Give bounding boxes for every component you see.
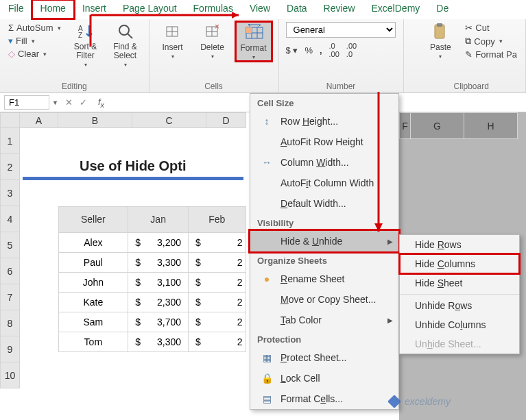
name-box[interactable] <box>4 95 49 110</box>
group-cells: Insert▾ × Delete▾ Format▾ Cells <box>150 19 279 92</box>
number-format-select[interactable]: General <box>286 22 396 38</box>
delete-cells-button[interactable]: × Delete▾ <box>196 22 229 60</box>
menu-col-width[interactable]: ↔Column Width... <box>250 152 398 173</box>
dt-cell[interactable]: Paul <box>58 252 128 272</box>
tab-data[interactable]: Data <box>278 0 315 18</box>
submenu-unhide-columns[interactable]: Unhide Columns <box>400 315 519 334</box>
menu-section-organize: Organize Sheets <box>250 251 398 269</box>
row-header[interactable]: 6 <box>1 258 20 284</box>
copy-label: Copy <box>474 36 494 47</box>
svg-point-2 <box>119 25 129 35</box>
dt-cell[interactable]: John <box>58 272 128 292</box>
dt-cell[interactable]: $2 <box>189 332 246 351</box>
dt-cell[interactable]: $2 <box>189 252 246 272</box>
dt-cell[interactable]: $3,100 <box>128 272 189 292</box>
row-header[interactable]: 1 <box>1 128 20 154</box>
dt-cell[interactable]: $3,700 <box>128 312 189 332</box>
menu-format-cells[interactable]: ▤Format Cells... <box>250 388 398 409</box>
format-painter-label: Format Pa <box>475 49 517 60</box>
submenu-hide-sheet[interactable]: Hide Sheet <box>400 273 519 293</box>
dt-cell[interactable]: $3,200 <box>128 232 189 252</box>
row-header[interactable]: 3 <box>1 180 20 206</box>
fill-button[interactable]: ▾ Fill▾ <box>7 35 62 47</box>
row-header[interactable]: 10 <box>1 362 20 388</box>
format-painter-button[interactable]: ✎ Format Pa <box>464 49 518 60</box>
paste-button[interactable]: Paste▾ <box>424 22 457 60</box>
group-clipboard: Paste▾ ✂ Cut ⧉ Copy▾ ✎ Format Pa Clipboa… <box>417 19 526 92</box>
svg-rect-17 <box>437 23 442 27</box>
dt-cell[interactable]: $2 <box>189 312 246 332</box>
svg-rect-15 <box>246 27 252 33</box>
col-header-h[interactable]: H <box>464 113 518 139</box>
tab-more[interactable]: De <box>428 0 457 18</box>
submenu-unhide-sheet: Unhide Sheet... <box>400 334 519 354</box>
dt-cell[interactable]: $2,300 <box>128 292 189 312</box>
cancel-formula-icon[interactable]: ✕ <box>65 97 73 108</box>
dt-cell[interactable]: $2 <box>189 272 246 292</box>
decrease-decimal-button[interactable]: .00.0 <box>346 42 357 58</box>
row-header[interactable]: 7 <box>1 284 20 310</box>
row-header[interactable]: 4 <box>1 206 20 232</box>
menu-autofit-row[interactable]: AutoFit Row Height <box>250 132 398 152</box>
menu-default-width[interactable]: Default Width... <box>250 193 398 214</box>
percent-button[interactable]: % <box>304 45 313 55</box>
submenu-hide-columns[interactable]: Hide Columns <box>400 254 519 273</box>
submenu-hide-rows[interactable]: Hide Rows <box>400 235 519 254</box>
comma-button[interactable]: , <box>320 45 322 55</box>
dt-cell[interactable]: $2 <box>189 232 246 252</box>
dt-cell[interactable]: Alex <box>58 232 128 252</box>
tab-view[interactable]: View <box>241 0 278 18</box>
col-header-a[interactable]: A <box>20 113 58 128</box>
tab-page-layout[interactable]: Page Layout <box>115 0 185 18</box>
tab-file[interactable]: File <box>0 0 32 18</box>
dt-cell[interactable]: Kate <box>58 292 128 312</box>
submenu-unhide-rows[interactable]: Unhide Rows <box>400 296 519 315</box>
dt-cell[interactable]: Sam <box>58 312 128 332</box>
cut-button[interactable]: ✂ Cut <box>464 22 518 34</box>
sort-filter-button[interactable]: AZ Sort & Filter▾ <box>69 22 102 68</box>
menu-lock-cell[interactable]: 🔒Lock Cell <box>250 368 398 388</box>
autosum-button[interactable]: Σ AutoSum▾ <box>7 22 62 34</box>
col-header-b[interactable]: B <box>58 113 132 128</box>
row-header[interactable]: 8 <box>1 310 20 336</box>
fx-icon[interactable]: fx <box>94 97 108 109</box>
menu-row-height[interactable]: ↕Row Height... <box>250 111 398 132</box>
find-select-button[interactable]: Find & Select▾ <box>109 22 142 68</box>
insert-cells-button[interactable]: Insert▾ <box>156 22 189 60</box>
tab-exceldemy[interactable]: ExcelDemy <box>363 0 429 18</box>
col-header-c[interactable]: C <box>132 113 206 128</box>
paste-label: Paste <box>430 42 451 52</box>
menu-rename-sheet[interactable]: ●Rename Sheet <box>250 269 398 289</box>
watermark-icon <box>388 395 401 408</box>
dt-cell[interactable]: $2 <box>189 292 246 312</box>
currency-button[interactable]: $ ▾ <box>286 45 298 55</box>
dt-cell[interactable]: Tom <box>58 332 128 351</box>
format-icon <box>244 23 263 42</box>
format-cells-button[interactable]: Format▾ <box>236 22 272 61</box>
tab-insert[interactable]: Insert <box>74 0 115 18</box>
clear-button[interactable]: ◇ Clear▾ <box>7 48 62 60</box>
col-header-f[interactable]: F <box>400 113 411 139</box>
col-header-d[interactable]: D <box>206 113 246 128</box>
sort-filter-label: Sort & Filter <box>69 42 102 60</box>
group-editing: Σ AutoSum▾ ▾ Fill▾ ◇ Clear▾ AZ Sort & Fi… <box>0 19 150 92</box>
menu-hide-unhide[interactable]: Hide & Unhide▶ <box>250 230 399 252</box>
tab-formulas[interactable]: Formulas <box>185 0 241 18</box>
menu-autofit-col[interactable]: AutoFit Column Width <box>250 173 398 193</box>
protect-icon: ▦ <box>260 351 274 364</box>
menu-protect-sheet[interactable]: ▦Protect Sheet... <box>250 347 398 368</box>
enter-formula-icon[interactable]: ✓ <box>80 97 87 108</box>
row-header[interactable]: 5 <box>1 232 20 258</box>
select-all-corner[interactable] <box>1 113 20 128</box>
col-header-g[interactable]: G <box>411 113 464 139</box>
dt-cell[interactable]: $3,300 <box>128 252 189 272</box>
tab-home[interactable]: Home <box>32 0 74 18</box>
increase-decimal-button[interactable]: .0.00 <box>329 42 339 58</box>
menu-tab-color[interactable]: Tab Color▶ <box>250 310 398 330</box>
row-header[interactable]: 2 <box>1 154 20 180</box>
dt-cell[interactable]: $3,300 <box>128 332 189 351</box>
copy-button[interactable]: ⧉ Copy▾ <box>464 35 518 47</box>
tab-review[interactable]: Review <box>315 0 363 18</box>
row-header[interactable]: 9 <box>1 336 20 362</box>
menu-move-copy[interactable]: Move or Copy Sheet... <box>250 289 398 310</box>
